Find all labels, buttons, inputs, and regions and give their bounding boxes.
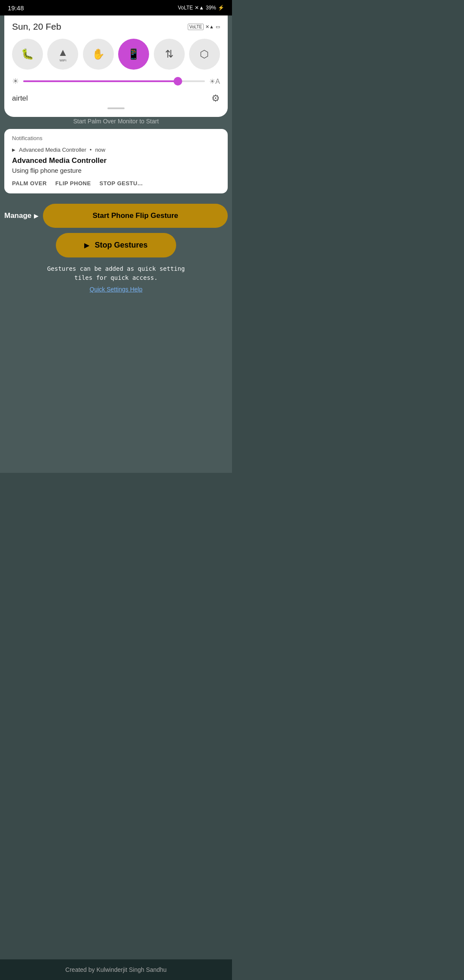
bug-icon: 🐛 [21, 48, 34, 60]
start-flip-gesture-button[interactable]: Start Phone Flip Gesture [43, 204, 228, 228]
data-toggle[interactable]: ⇅ [154, 39, 185, 70]
quick-settings-help-link[interactable]: Quick Settings Help [4, 286, 228, 293]
wifi-toggle[interactable]: ▲ WiFi [47, 39, 78, 70]
sim-status-icon: ▭ [216, 24, 220, 30]
signal-icon: ✕▲ [195, 5, 204, 11]
qs-status-icons: VoLTE ✕▲ ▭ [188, 24, 220, 30]
partial-visible-text: Start Palm Over Monitor to Start [0, 116, 232, 126]
brightness-slider-track[interactable] [23, 80, 205, 82]
status-bar: 19:48 VoLTE ✕▲ 39% ⚡ [0, 0, 232, 15]
charging-icon: ⚡ [218, 5, 224, 11]
qs-tiles-info-text: Gestures can be added as quick settingti… [4, 264, 228, 282]
notif-collapse-arrow[interactable]: ▶ [12, 147, 15, 152]
stop-gestures-label: Stop Gestures [95, 241, 147, 250]
network-name: airtel [12, 94, 28, 103]
quick-settings-panel: Sun, 20 Feb VoLTE ✕▲ ▭ 🐛 ▲ WiFi ✋ 📱 [4, 15, 228, 117]
signal-status-icon: ✕▲ [205, 24, 214, 30]
notif-action-stop-gestures[interactable]: STOP GESTU... [100, 180, 143, 187]
brightness-slider-fill [23, 80, 178, 82]
bluetooth-icon: ⬡ [200, 48, 209, 60]
phone-icon: 📱 [127, 48, 140, 60]
status-right: VoLTE ✕▲ 39% ⚡ [178, 5, 224, 11]
bluetooth-toggle[interactable]: ⬡ [189, 39, 220, 70]
notif-action-palm-over[interactable]: PALM OVER [12, 180, 47, 187]
notification-app-row: ▶ Advanced Media Controller • now [12, 147, 220, 153]
debug-toggle[interactable]: 🐛 [12, 39, 43, 70]
qs-toggles-row: 🐛 ▲ WiFi ✋ 📱 ⇅ ⬡ [12, 39, 220, 70]
notifications-section-label: Notifications [12, 135, 220, 141]
notif-title: Advanced Media Controller [12, 156, 220, 165]
bg-content: Manage ▶ Start Phone Flip Gesture ▶ Stop… [0, 198, 232, 293]
notif-actions-row: PALM OVER FLIP PHONE STOP GESTU... [12, 180, 220, 187]
status-time: 19:48 [8, 4, 24, 12]
notif-time: now [95, 147, 105, 153]
settings-icon[interactable]: ⚙ [211, 93, 220, 104]
stop-gestures-row: ▶ Stop Gestures [4, 233, 228, 257]
stop-gestures-play-icon: ▶ [84, 241, 89, 249]
volte-status-icon: VoLTE [188, 24, 204, 30]
stop-gestures-button[interactable]: ▶ Stop Gestures [56, 233, 176, 257]
notifications-card: Notifications ▶ Advanced Media Controlle… [4, 129, 228, 193]
brightness-slider-thumb [174, 77, 182, 86]
manage-row: Manage ▶ Start Phone Flip Gesture [4, 204, 228, 228]
drag-handle[interactable] [107, 107, 125, 109]
notif-action-flip-phone[interactable]: FLIP PHONE [55, 180, 91, 187]
qs-date: Sun, 20 Feb [12, 21, 61, 32]
start-flip-gesture-label: Start Phone Flip Gesture [92, 211, 178, 220]
wifi-icon: ▲ WiFi [58, 46, 68, 62]
qs-network-row: airtel ⚙ [12, 93, 220, 104]
notif-separator-dot: • [90, 147, 92, 153]
phone-toggle[interactable]: 📱 [118, 39, 149, 70]
qs-header: Sun, 20 Feb VoLTE ✕▲ ▭ [12, 21, 220, 32]
data-icon: ⇅ [165, 48, 174, 60]
brightness-auto-icon: ☀A [209, 77, 220, 86]
no-touch-icon: ✋ [92, 48, 105, 60]
notif-app-name: Advanced Media Controller [19, 147, 86, 153]
manage-arrow-icon: ▶ [34, 212, 39, 219]
brightness-low-icon: ☀ [12, 77, 19, 86]
notif-body: Using flip phone gesture [12, 167, 220, 174]
battery-text: 39% [206, 5, 216, 11]
brightness-row: ☀ ☀A [12, 77, 220, 86]
gestures-toggle[interactable]: ✋ [83, 39, 114, 70]
manage-label: Manage [4, 211, 31, 220]
volte-icon: VoLTE [178, 5, 193, 11]
